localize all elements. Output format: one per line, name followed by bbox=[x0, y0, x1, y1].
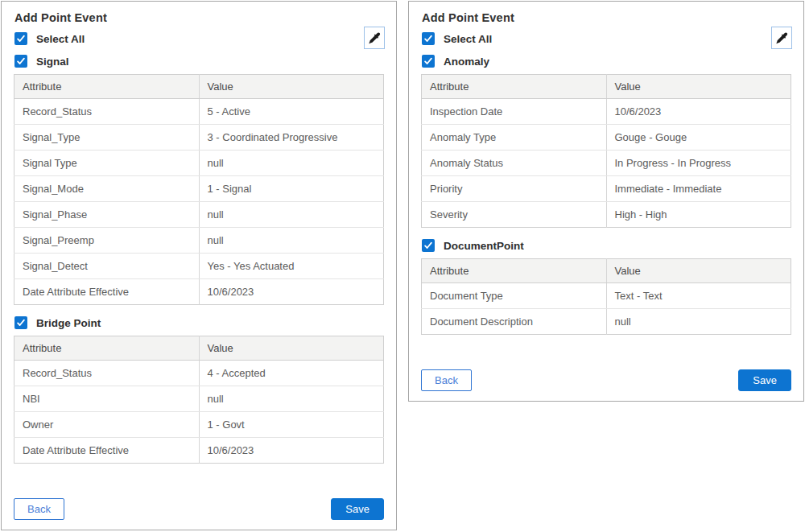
value-cell: null bbox=[606, 309, 791, 335]
add-point-event-panel-left: Add Point Event Select All SignalAttribu… bbox=[1, 1, 397, 530]
table-row: Record_Status5 - Active bbox=[14, 99, 384, 125]
attribute-cell: Record_Status bbox=[14, 99, 200, 125]
table-row: Signal_Type3 - Coordinated Progressive bbox=[14, 125, 384, 151]
column-header-attribute: Attribute bbox=[422, 259, 607, 283]
page-title: Add Point Event bbox=[14, 11, 384, 24]
panel-topbar: Select All bbox=[14, 32, 384, 45]
panel-footer: Back Save bbox=[421, 369, 791, 391]
attribute-cell: Priority bbox=[422, 176, 607, 202]
attributes-table-bridge-point: AttributeValueRecord_Status4 - AcceptedN… bbox=[14, 336, 384, 464]
panel-topbar: Select All bbox=[421, 32, 791, 45]
value-cell: Text - Text bbox=[606, 283, 791, 309]
add-point-event-panel-right: Add Point Event Select All AnomalyAttrib… bbox=[408, 1, 804, 402]
table-row: Owner1 - Govt bbox=[14, 412, 384, 438]
attributes-table-anomaly: AttributeValueInspection Date10/6/2023An… bbox=[421, 74, 791, 228]
attributes-table-documentpoint: AttributeValueDocument TypeText - TextDo… bbox=[421, 258, 791, 335]
attribute-cell: NBI bbox=[14, 386, 200, 412]
check-icon bbox=[16, 34, 26, 43]
table-row: Date Attribute Effective10/6/2023 bbox=[14, 438, 384, 464]
checkbox-row-signal[interactable]: Signal bbox=[14, 55, 384, 68]
value-cell: null bbox=[199, 228, 384, 254]
column-header-value: Value bbox=[199, 75, 384, 99]
select-all-label: Select All bbox=[444, 33, 492, 45]
eyedropper-icon bbox=[776, 32, 788, 44]
table-row: Document TypeText - Text bbox=[422, 283, 791, 309]
value-cell: 10/6/2023 bbox=[606, 99, 791, 125]
attribute-cell: Signal_Type bbox=[14, 125, 200, 151]
attribute-cell: Signal_Mode bbox=[14, 176, 200, 202]
table-row: Document Descriptionnull bbox=[422, 309, 791, 335]
back-button[interactable]: Back bbox=[421, 369, 472, 391]
table-row: Signal_Mode1 - Signal bbox=[14, 176, 384, 202]
save-button[interactable]: Save bbox=[738, 369, 791, 391]
checkbox-checked[interactable] bbox=[422, 32, 435, 45]
checkbox-row-documentpoint[interactable]: DocumentPoint bbox=[422, 239, 791, 252]
table-row: PriorityImmediate - Immediate bbox=[422, 176, 791, 202]
column-header-attribute: Attribute bbox=[422, 75, 607, 99]
eyedropper-button[interactable] bbox=[364, 27, 385, 49]
table-row: NBInull bbox=[14, 386, 384, 412]
check-icon bbox=[423, 34, 433, 43]
attribute-cell: Anomaly Status bbox=[422, 151, 607, 176]
attribute-cell: Signal_Phase bbox=[14, 202, 200, 228]
group-list: AnomalyAttributeValueInspection Date10/6… bbox=[421, 55, 791, 335]
group-signal: SignalAttributeValueRecord_Status5 - Act… bbox=[14, 55, 384, 305]
attribute-cell: Date Attribute Effective bbox=[14, 279, 200, 305]
select-all-label: Select All bbox=[36, 33, 85, 45]
checkbox-checked[interactable] bbox=[422, 239, 435, 252]
back-button[interactable]: Back bbox=[14, 498, 64, 520]
attribute-cell: Owner bbox=[14, 412, 200, 438]
table-row: Date Attribute Effective10/6/2023 bbox=[14, 279, 384, 305]
value-cell: 3 - Coordinated Progressive bbox=[199, 125, 384, 151]
table-row: Anomaly TypeGouge - Gouge bbox=[422, 125, 791, 151]
attribute-cell: Signal_Detect bbox=[14, 254, 200, 279]
check-icon bbox=[423, 241, 433, 250]
table-row: Signal_Phasenull bbox=[14, 202, 384, 228]
value-cell: Yes - Yes Actuated bbox=[199, 254, 384, 279]
group-label: Signal bbox=[36, 56, 69, 68]
value-cell: In Progress - In Progress bbox=[606, 151, 791, 176]
checkbox-checked[interactable] bbox=[14, 32, 27, 45]
attribute-cell: Signal Type bbox=[14, 151, 200, 176]
eyedropper-button[interactable] bbox=[771, 27, 792, 49]
checkbox-checked[interactable] bbox=[14, 316, 27, 329]
column-header-value: Value bbox=[606, 259, 791, 283]
table-row: Signal Typenull bbox=[14, 151, 384, 176]
select-all-checkbox-row[interactable]: Select All bbox=[422, 32, 791, 45]
panel-footer: Back Save bbox=[14, 498, 384, 520]
attribute-cell: Document Description bbox=[422, 309, 607, 335]
table-row: Record_Status4 - Accepted bbox=[14, 361, 384, 386]
checkbox-row-anomaly[interactable]: Anomaly bbox=[422, 55, 791, 68]
page-title: Add Point Event bbox=[422, 11, 791, 24]
value-cell: 10/6/2023 bbox=[199, 279, 384, 305]
value-cell: 1 - Govt bbox=[199, 412, 384, 438]
eyedropper-icon bbox=[369, 32, 381, 44]
checkbox-row-bridge-point[interactable]: Bridge Point bbox=[14, 316, 384, 329]
group-label: Bridge Point bbox=[36, 317, 101, 329]
value-cell: null bbox=[199, 386, 384, 412]
attribute-cell: Date Attribute Effective bbox=[14, 438, 200, 464]
select-all-checkbox-row[interactable]: Select All bbox=[14, 32, 384, 45]
value-cell: 10/6/2023 bbox=[199, 438, 384, 464]
checkbox-checked[interactable] bbox=[14, 55, 27, 68]
value-cell: 5 - Active bbox=[199, 99, 384, 125]
attribute-cell: Signal_Preemp bbox=[14, 228, 200, 254]
workspace: Add Point Event Select All SignalAttribu… bbox=[0, 0, 805, 532]
attribute-cell: Record_Status bbox=[14, 361, 200, 386]
table-row: Anomaly StatusIn Progress - In Progress bbox=[422, 151, 791, 176]
save-button[interactable]: Save bbox=[331, 498, 384, 520]
group-anomaly: AnomalyAttributeValueInspection Date10/6… bbox=[421, 55, 791, 228]
checkbox-checked[interactable] bbox=[422, 55, 435, 68]
table-row: Signal_Preempnull bbox=[14, 228, 384, 254]
value-cell: Gouge - Gouge bbox=[606, 125, 791, 151]
table-row: Inspection Date10/6/2023 bbox=[422, 99, 791, 125]
attribute-cell: Severity bbox=[422, 202, 607, 228]
value-cell: High - High bbox=[606, 202, 791, 228]
column-header-attribute: Attribute bbox=[14, 336, 200, 361]
group-list: SignalAttributeValueRecord_Status5 - Act… bbox=[14, 55, 384, 464]
group-label: Anomaly bbox=[444, 56, 489, 68]
value-cell: 4 - Accepted bbox=[199, 361, 384, 386]
check-icon bbox=[16, 318, 26, 328]
attribute-cell: Document Type bbox=[422, 283, 607, 309]
attributes-table-signal: AttributeValueRecord_Status5 - ActiveSig… bbox=[14, 74, 384, 305]
